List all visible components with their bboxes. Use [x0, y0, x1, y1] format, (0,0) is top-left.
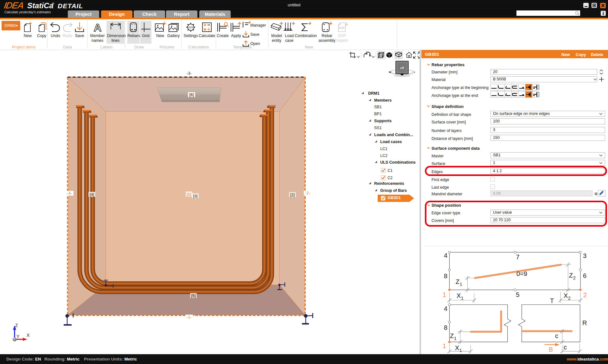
svg-text:4: 4 [444, 305, 447, 312]
svg-text:X: X [27, 333, 30, 338]
svg-text:Z: Z [15, 323, 18, 328]
svg-text:c: c [564, 344, 567, 351]
svg-text:IDEA: IDEA [4, 1, 24, 10]
svg-text:</>: </> [188, 25, 193, 29]
svg-text:StatiCa: StatiCa [27, 1, 54, 10]
svg-text:Z: Z [456, 278, 459, 285]
svg-text:-2-: -2- [305, 191, 310, 195]
svg-text:[1]: [1] [187, 192, 191, 197]
svg-text:Z: Z [450, 332, 454, 339]
svg-text:2: 2 [583, 292, 587, 298]
svg-text:[6]: [6] [189, 93, 194, 97]
svg-text:2: 2 [573, 275, 576, 280]
svg-text:DETAIL: DETAIL [58, 2, 83, 9]
svg-text:R: R [582, 319, 587, 326]
svg-text:1: 1 [443, 342, 446, 349]
svg-text:B: B [549, 346, 553, 353]
svg-text:8: 8 [444, 273, 447, 279]
svg-text:7: 7 [516, 254, 519, 260]
svg-text:X: X [457, 292, 461, 299]
svg-text:1: 1 [459, 348, 462, 353]
svg-text:[4]: [4] [90, 192, 94, 197]
svg-text:1: 1 [454, 336, 457, 341]
svg-text:8: 8 [444, 324, 447, 331]
svg-text:T: T [550, 297, 554, 304]
svg-text:4: 4 [444, 252, 447, 259]
svg-text:5: 5 [516, 291, 519, 298]
svg-text:c: c [555, 332, 558, 339]
svg-text:Z: Z [569, 272, 573, 279]
svg-text:2: 2 [568, 296, 571, 301]
svg-text:1: 1 [461, 296, 464, 301]
svg-text:1: 1 [443, 291, 446, 298]
svg-text:-1-: -1- [187, 315, 191, 319]
svg-text:3: 3 [583, 252, 586, 259]
svg-text:-4-: -4- [67, 191, 72, 196]
svg-text:0=9: 0=9 [516, 270, 527, 277]
svg-text:Y: Y [16, 334, 20, 339]
svg-text:[5]: [5] [191, 294, 196, 298]
svg-text:DXF: DXF [339, 26, 345, 29]
svg-text:-3-: -3- [187, 71, 191, 76]
svg-text:®: ® [52, 2, 54, 5]
svg-text:X: X [455, 344, 459, 351]
svg-text:[3]: [3] [193, 194, 198, 198]
svg-text:6: 6 [583, 272, 586, 279]
svg-text:X: X [564, 292, 568, 299]
svg-text:[2]: [2] [290, 193, 295, 197]
svg-text:+Y: +Y [400, 66, 404, 70]
svg-text:1: 1 [460, 282, 462, 287]
svg-text:A: A [93, 22, 101, 33]
